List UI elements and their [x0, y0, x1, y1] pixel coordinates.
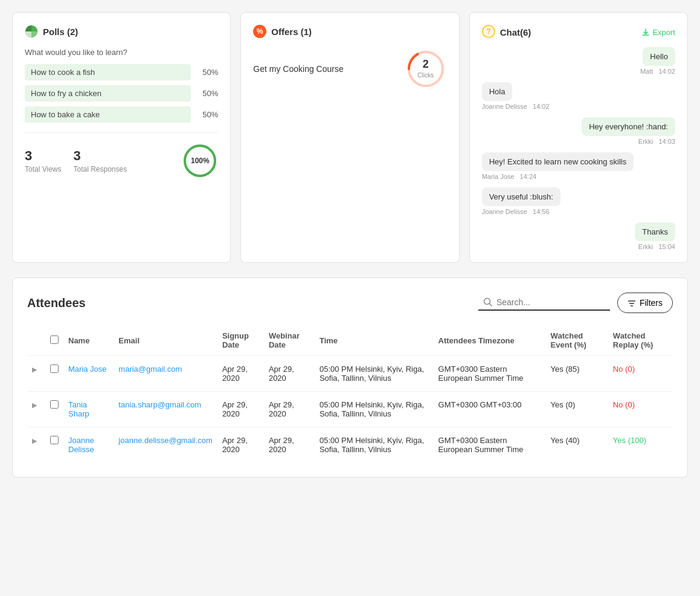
row-checkbox[interactable] [50, 400, 59, 409]
expand-cell[interactable]: ▶ [27, 392, 45, 427]
chat-messages: Hello Matt 14:02 Hola Joanne Delisse 14:… [482, 47, 675, 250]
search-input[interactable] [496, 297, 605, 307]
filters-button[interactable]: Filters [617, 293, 673, 313]
signup-date: Apr 29, 2020 [217, 427, 264, 463]
svg-line-8 [489, 304, 492, 306]
search-box[interactable] [478, 295, 610, 311]
export-button[interactable]: Export [641, 28, 675, 37]
select-all-checkbox[interactable] [50, 335, 59, 344]
attendee-time: 05:00 PM Helsinki, Kyiv, Riga, Sofia, Ta… [315, 427, 434, 463]
poll-option: How to fry a chicken 50% [25, 85, 218, 102]
offer-name: Get my Cooking Course [253, 64, 343, 74]
offer-item: Get my Cooking Course 2 Clicks [253, 48, 446, 90]
attendees-table-body: ▶ Maria Jose maria@gmail.com Apr 29, 202… [27, 356, 673, 463]
attendee-timezone: GMT+0300 Eastern European Summer Time [434, 356, 546, 392]
table-column-header: Watched Event (%) [546, 325, 608, 356]
chat-message: Hello Matt 14:02 [482, 47, 675, 75]
total-responses-block: 3 Total Responses [73, 148, 127, 173]
expand-cell[interactable]: ▶ [27, 356, 45, 392]
completion-circle: 100% [182, 143, 218, 179]
chat-meta: Maria Jose 14:24 [482, 173, 537, 180]
table-column-header: Watched Replay (%) [608, 325, 673, 356]
signup-date: Apr 29, 2020 [217, 356, 264, 392]
chat-bubble: Hey everyhone! :hand: [582, 117, 675, 136]
chat-message: Hey! Excited to learn new cooking skills… [482, 152, 675, 180]
table-row: ▶ Maria Jose maria@gmail.com Apr 29, 202… [27, 356, 673, 392]
offers-panel: % Offers (1) Get my Cooking Course 2 Cli… [240, 12, 459, 263]
watched-event: Yes (40) [546, 427, 608, 463]
chat-message: Hey everyhone! :hand: Erkki 14:03 [482, 117, 675, 145]
poll-percentage: 50% [197, 110, 218, 119]
attendee-name: Joanne Delisse [63, 427, 114, 463]
poll-option: How to cook a fish 50% [25, 64, 218, 80]
polls-header: Polls (2) [25, 25, 218, 38]
checkbox-cell[interactable] [45, 392, 63, 427]
svg-text:?: ? [486, 27, 490, 36]
attendee-name: Maria Jose [63, 356, 114, 392]
polls-panel: Polls (2) What would you like to learn? … [12, 12, 231, 263]
table-column-header: Signup Date [217, 325, 264, 356]
signup-date: Apr 29, 2020 [217, 392, 264, 427]
chat-header: ? Chat(6) Export [482, 25, 675, 40]
chat-title-group: ? Chat(6) [482, 25, 531, 40]
polls-icon [25, 25, 38, 38]
poll-stats: 3 Total Views 3 Total Responses 100% [25, 132, 218, 179]
row-checkbox[interactable] [50, 364, 59, 373]
chat-bubble: Very useful :blush: [482, 187, 560, 206]
expand-button[interactable]: ▶ [32, 366, 37, 373]
offers-header: % Offers (1) [253, 25, 446, 38]
total-views-block: 3 Total Views [25, 148, 61, 173]
checkbox-cell[interactable] [45, 356, 63, 392]
watched-replay: Yes (100) [608, 427, 673, 463]
attendees-header: Attendees Filters [27, 293, 673, 313]
poll-bar: How to cook a fish [25, 64, 191, 80]
offers-title: Offers (1) [271, 27, 312, 37]
clicks-label: Clicks [417, 72, 434, 79]
total-views-number: 3 [25, 148, 61, 164]
poll-bar: How to bake a cake [25, 106, 191, 123]
chat-panel: ? Chat(6) Export Hello Matt 14:02 Hola J… [469, 12, 688, 263]
attendee-name: Tania Sharp [63, 392, 114, 427]
export-label: Export [652, 28, 675, 37]
polls-title: Polls (2) [43, 27, 78, 37]
table-column-header: Email [114, 325, 217, 356]
watched-event: Yes (0) [546, 392, 608, 427]
row-checkbox[interactable] [50, 436, 59, 444]
watched-replay: No (0) [608, 356, 673, 392]
expand-cell[interactable]: ▶ [27, 427, 45, 463]
webinar-date: Apr 29, 2020 [264, 356, 315, 392]
table-column-header: Webinar Date [264, 325, 315, 356]
chat-message: Very useful :blush: Joanne Delisse 14:56 [482, 187, 675, 215]
expand-button[interactable]: ▶ [32, 401, 37, 409]
completion-pct: 100% [191, 157, 210, 165]
table-column-header: Name [63, 325, 114, 356]
chat-meta: Matt 14:02 [640, 68, 675, 75]
chat-meta: Erkki 15:04 [638, 243, 675, 250]
clicks-circle: 2 Clicks [405, 48, 447, 90]
chat-meta: Joanne Delisse 14:56 [482, 208, 550, 215]
table-row: ▶ Tania Sharp tania.sharp@gmail.com Apr … [27, 392, 673, 427]
attendee-time: 05:00 PM Helsinki, Kyiv, Riga, Sofia, Ta… [315, 392, 434, 427]
clicks-inner: 2 Clicks [417, 59, 434, 79]
chat-message: Hola Joanne Delisse 14:02 [482, 82, 675, 110]
attendee-time: 05:00 PM Helsinki, Kyiv, Riga, Sofia, Ta… [315, 356, 434, 392]
expand-button[interactable]: ▶ [32, 437, 37, 444]
attendee-email: tania.sharp@gmail.com [114, 392, 217, 427]
attendees-controls: Filters [478, 293, 673, 313]
checkbox-cell[interactable] [45, 427, 63, 463]
table-column-header: Time [315, 325, 434, 356]
table-row: ▶ Joanne Delisse joanne.delisse@gmail.co… [27, 427, 673, 463]
poll-bar: How to fry a chicken [25, 85, 191, 102]
poll-option: How to bake a cake 50% [25, 106, 218, 123]
chat-meta: Erkki 14:03 [638, 138, 675, 145]
chat-title: Chat(6) [500, 27, 531, 37]
watched-replay: No (0) [608, 392, 673, 427]
watched-event: Yes (85) [546, 356, 608, 392]
attendee-timezone: GMT+0300 GMT+03:00 [434, 392, 546, 427]
poll-question: What would you like to learn? [25, 48, 218, 57]
attendee-email: joanne.delisse@gmail.com [114, 427, 217, 463]
chat-icon: ? [482, 25, 495, 40]
webinar-date: Apr 29, 2020 [264, 392, 315, 427]
webinar-date: Apr 29, 2020 [264, 427, 315, 463]
search-icon [483, 297, 493, 307]
